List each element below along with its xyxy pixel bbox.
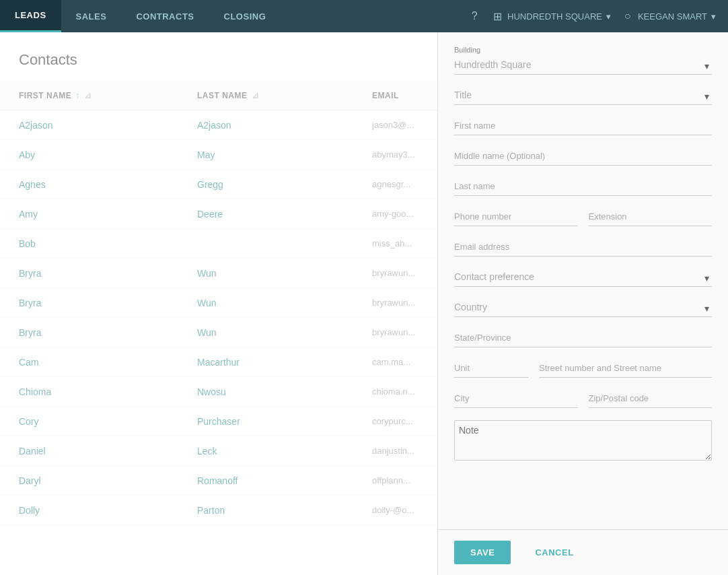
td-first-name: Bryra: [19, 327, 197, 338]
save-button[interactable]: SAVE: [454, 541, 511, 564]
td-email: chioma.n...: [372, 386, 418, 397]
state-field-group: [454, 329, 712, 347]
table-row[interactable]: Bryra Wun bryrawun...: [0, 288, 437, 318]
td-last-name: Deere: [197, 209, 372, 219]
city-zip-row: [454, 390, 712, 420]
user-chevron-icon: ▾: [711, 11, 716, 22]
table-row[interactable]: Bryra Wun bryrawun...: [0, 259, 437, 288]
country-select[interactable]: Country United States Canada: [454, 299, 712, 317]
table-row[interactable]: Daniel Leck danjustin...: [0, 436, 437, 466]
td-email: agnesgr...: [372, 179, 418, 189]
td-first-name: Daryl: [19, 475, 197, 486]
nav-tab-contracts[interactable]: CONTRACTS: [121, 0, 209, 32]
unit-input[interactable]: [454, 360, 528, 378]
state-input[interactable]: [454, 329, 712, 347]
first-name-input[interactable]: [454, 117, 712, 135]
td-last-name: Romanoff: [197, 475, 372, 486]
td-last-name: Parton: [197, 505, 372, 516]
col-first-name[interactable]: FIRST NAME ↑ ⊿: [19, 90, 197, 100]
email-field-group: [454, 238, 712, 257]
form-footer: SAVE CANCEL: [438, 529, 728, 575]
nav-right: ? ⊞ HUNDREDTH SQUARE ▾ ○ KEEGAN SMART ▾: [468, 10, 728, 22]
td-first-name: Aby: [19, 149, 197, 160]
title-select-wrapper: Title Mr. Ms. Mrs. Dr.: [454, 87, 712, 105]
building-field-group: Building Hundredth Square: [454, 46, 712, 75]
td-last-name: A2jason: [197, 120, 372, 131]
table-row[interactable]: Cory Purchaser corypurc...: [0, 407, 437, 436]
nav-tab-sales[interactable]: SALES: [61, 0, 122, 32]
td-email: abymay3...: [372, 149, 418, 160]
phone-field-group: [454, 208, 578, 226]
cancel-button[interactable]: CANCEL: [519, 541, 589, 564]
help-button[interactable]: ?: [468, 10, 480, 22]
nav-tab-leads[interactable]: LEADS: [0, 0, 61, 32]
td-email: jason3@...: [372, 120, 418, 130]
contact-pref-field-group: Contact preference Email Phone Text: [454, 269, 712, 287]
contacts-table-body: A2jason A2jason jason3@... Aby May abyma…: [0, 110, 437, 566]
td-first-name: Bob: [19, 238, 197, 249]
user-icon: ○: [622, 10, 634, 22]
filter-first-name-icon[interactable]: ⊿: [84, 90, 92, 100]
city-input[interactable]: [454, 390, 578, 408]
td-first-name: Bryra: [19, 298, 197, 308]
filter-last-name-icon[interactable]: ⊿: [252, 90, 260, 100]
td-first-name: Dolly: [19, 505, 197, 516]
contact-pref-select-wrapper: Contact preference Email Phone Text: [454, 269, 712, 287]
table-row[interactable]: Bob miss_ah...: [0, 229, 437, 259]
col-email: EMAIL: [372, 91, 418, 100]
table-row[interactable]: Cam Macarthur cam.ma...: [0, 347, 437, 377]
user-menu[interactable]: ○ KEEGAN SMART ▾: [622, 10, 716, 22]
td-first-name: A2jason: [19, 120, 197, 131]
table-row[interactable]: Bryra Wun bryrawun...: [0, 318, 437, 347]
country-field-group: Country United States Canada: [454, 299, 712, 317]
contacts-panel: Contacts FIRST NAME ↑ ⊿ LAST NAME ⊿ EMAI…: [0, 32, 437, 575]
title-select[interactable]: Title Mr. Ms. Mrs. Dr.: [454, 87, 712, 105]
zip-input[interactable]: [589, 390, 713, 408]
phone-input[interactable]: [454, 208, 578, 226]
table-row[interactable]: A2jason A2jason jason3@...: [0, 110, 437, 140]
td-last-name: Nwosu: [197, 386, 372, 397]
email-input[interactable]: [454, 238, 712, 257]
building-select-wrapper: Hundredth Square: [454, 57, 712, 75]
zip-field-group: [589, 390, 713, 408]
contact-pref-select[interactable]: Contact preference Email Phone Text: [454, 269, 712, 287]
td-last-name: Gregg: [197, 179, 372, 190]
extension-input[interactable]: [589, 208, 713, 226]
help-icon: ?: [468, 10, 480, 22]
main-content: Contacts FIRST NAME ↑ ⊿ LAST NAME ⊿ EMAI…: [0, 32, 728, 575]
city-field-group: [454, 390, 578, 408]
table-row[interactable]: Amy Deere amy-goo...: [0, 199, 437, 229]
td-last-name: Purchaser: [197, 416, 372, 427]
navigation: LEADS SALES CONTRACTS CLOSING ? ⊞ HUNDRE…: [0, 0, 728, 32]
unit-field-group: [454, 360, 528, 378]
sort-asc-icon: ↑: [75, 91, 80, 100]
street-input[interactable]: [539, 360, 712, 378]
table-row[interactable]: Aby May abymay3...: [0, 140, 437, 170]
last-name-input[interactable]: [454, 178, 712, 196]
table-header: FIRST NAME ↑ ⊿ LAST NAME ⊿ EMAIL: [0, 81, 437, 110]
phone-row: [454, 208, 712, 238]
add-contact-form: Building Hundredth Square Title Mr. Ms. …: [437, 32, 728, 575]
td-email: danjustin...: [372, 446, 418, 456]
td-first-name: Daniel: [19, 446, 197, 456]
first-name-field-group: [454, 117, 712, 135]
note-textarea[interactable]: [454, 420, 712, 461]
building-select[interactable]: Hundredth Square: [454, 57, 712, 75]
td-first-name: Agnes: [19, 179, 197, 190]
title-field-group: Title Mr. Ms. Mrs. Dr.: [454, 87, 712, 105]
table-row[interactable]: Daryl Romanoff offplann...: [0, 466, 437, 496]
table-row[interactable]: Chioma Nwosu chioma.n...: [0, 377, 437, 407]
col-last-name[interactable]: LAST NAME ⊿: [197, 90, 372, 100]
building-icon: ⊞: [491, 10, 503, 22]
td-last-name: May: [197, 149, 372, 160]
middle-name-input[interactable]: [454, 147, 712, 166]
middle-name-field-group: [454, 147, 712, 166]
nav-tab-closing[interactable]: CLOSING: [209, 0, 281, 32]
td-first-name: Amy: [19, 209, 197, 219]
td-email: miss_ah...: [372, 238, 418, 248]
building-selector[interactable]: ⊞ HUNDREDTH SQUARE ▾: [491, 10, 611, 22]
td-email: bryrawun...: [372, 268, 418, 278]
td-email: bryrawun...: [372, 298, 418, 308]
table-row[interactable]: Dolly Parton dolly-@o...: [0, 496, 437, 525]
table-row[interactable]: Agnes Gregg agnesgr...: [0, 170, 437, 199]
